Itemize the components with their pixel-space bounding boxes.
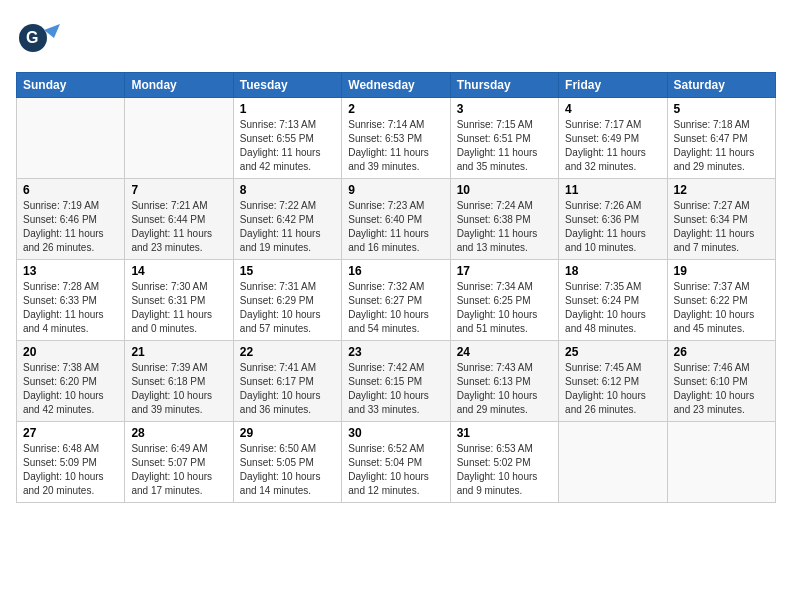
weekday-header: Saturday: [667, 73, 775, 98]
day-info: Sunrise: 7:38 AM Sunset: 6:20 PM Dayligh…: [23, 361, 118, 417]
day-number: 19: [674, 264, 769, 278]
calendar-cell: 24Sunrise: 7:43 AM Sunset: 6:13 PM Dayli…: [450, 341, 558, 422]
day-info: Sunrise: 7:32 AM Sunset: 6:27 PM Dayligh…: [348, 280, 443, 336]
calendar-cell: 25Sunrise: 7:45 AM Sunset: 6:12 PM Dayli…: [559, 341, 667, 422]
calendar-cell: 20Sunrise: 7:38 AM Sunset: 6:20 PM Dayli…: [17, 341, 125, 422]
calendar-cell: [125, 98, 233, 179]
calendar-cell: 12Sunrise: 7:27 AM Sunset: 6:34 PM Dayli…: [667, 179, 775, 260]
calendar-cell: [559, 422, 667, 503]
day-number: 30: [348, 426, 443, 440]
day-number: 2: [348, 102, 443, 116]
calendar-cell: 27Sunrise: 6:48 AM Sunset: 5:09 PM Dayli…: [17, 422, 125, 503]
day-info: Sunrise: 6:52 AM Sunset: 5:04 PM Dayligh…: [348, 442, 443, 498]
day-number: 13: [23, 264, 118, 278]
day-info: Sunrise: 7:34 AM Sunset: 6:25 PM Dayligh…: [457, 280, 552, 336]
calendar-table: SundayMondayTuesdayWednesdayThursdayFrid…: [16, 72, 776, 503]
calendar-cell: 9Sunrise: 7:23 AM Sunset: 6:40 PM Daylig…: [342, 179, 450, 260]
day-number: 12: [674, 183, 769, 197]
day-info: Sunrise: 7:15 AM Sunset: 6:51 PM Dayligh…: [457, 118, 552, 174]
day-info: Sunrise: 7:43 AM Sunset: 6:13 PM Dayligh…: [457, 361, 552, 417]
calendar-cell: 22Sunrise: 7:41 AM Sunset: 6:17 PM Dayli…: [233, 341, 341, 422]
day-info: Sunrise: 7:22 AM Sunset: 6:42 PM Dayligh…: [240, 199, 335, 255]
calendar-week-row: 27Sunrise: 6:48 AM Sunset: 5:09 PM Dayli…: [17, 422, 776, 503]
day-number: 18: [565, 264, 660, 278]
day-info: Sunrise: 6:50 AM Sunset: 5:05 PM Dayligh…: [240, 442, 335, 498]
day-number: 31: [457, 426, 552, 440]
day-number: 3: [457, 102, 552, 116]
day-number: 20: [23, 345, 118, 359]
calendar-cell: 26Sunrise: 7:46 AM Sunset: 6:10 PM Dayli…: [667, 341, 775, 422]
day-number: 22: [240, 345, 335, 359]
calendar-week-row: 1Sunrise: 7:13 AM Sunset: 6:55 PM Daylig…: [17, 98, 776, 179]
day-info: Sunrise: 7:26 AM Sunset: 6:36 PM Dayligh…: [565, 199, 660, 255]
day-number: 10: [457, 183, 552, 197]
logo: G: [16, 16, 64, 60]
calendar-cell: 31Sunrise: 6:53 AM Sunset: 5:02 PM Dayli…: [450, 422, 558, 503]
weekday-header: Sunday: [17, 73, 125, 98]
calendar-cell: 4Sunrise: 7:17 AM Sunset: 6:49 PM Daylig…: [559, 98, 667, 179]
day-info: Sunrise: 7:14 AM Sunset: 6:53 PM Dayligh…: [348, 118, 443, 174]
day-info: Sunrise: 7:42 AM Sunset: 6:15 PM Dayligh…: [348, 361, 443, 417]
day-number: 7: [131, 183, 226, 197]
calendar-week-row: 13Sunrise: 7:28 AM Sunset: 6:33 PM Dayli…: [17, 260, 776, 341]
day-info: Sunrise: 6:53 AM Sunset: 5:02 PM Dayligh…: [457, 442, 552, 498]
calendar-cell: 7Sunrise: 7:21 AM Sunset: 6:44 PM Daylig…: [125, 179, 233, 260]
day-number: 14: [131, 264, 226, 278]
weekday-header: Friday: [559, 73, 667, 98]
svg-text:G: G: [26, 29, 38, 46]
day-info: Sunrise: 7:21 AM Sunset: 6:44 PM Dayligh…: [131, 199, 226, 255]
day-number: 24: [457, 345, 552, 359]
day-number: 26: [674, 345, 769, 359]
calendar-cell: 16Sunrise: 7:32 AM Sunset: 6:27 PM Dayli…: [342, 260, 450, 341]
day-info: Sunrise: 7:46 AM Sunset: 6:10 PM Dayligh…: [674, 361, 769, 417]
calendar-cell: 6Sunrise: 7:19 AM Sunset: 6:46 PM Daylig…: [17, 179, 125, 260]
day-number: 29: [240, 426, 335, 440]
day-number: 21: [131, 345, 226, 359]
day-number: 9: [348, 183, 443, 197]
day-info: Sunrise: 7:24 AM Sunset: 6:38 PM Dayligh…: [457, 199, 552, 255]
day-number: 1: [240, 102, 335, 116]
day-info: Sunrise: 7:17 AM Sunset: 6:49 PM Dayligh…: [565, 118, 660, 174]
day-info: Sunrise: 7:30 AM Sunset: 6:31 PM Dayligh…: [131, 280, 226, 336]
calendar-cell: 11Sunrise: 7:26 AM Sunset: 6:36 PM Dayli…: [559, 179, 667, 260]
calendar-cell: 3Sunrise: 7:15 AM Sunset: 6:51 PM Daylig…: [450, 98, 558, 179]
day-number: 15: [240, 264, 335, 278]
day-info: Sunrise: 6:48 AM Sunset: 5:09 PM Dayligh…: [23, 442, 118, 498]
calendar-cell: 30Sunrise: 6:52 AM Sunset: 5:04 PM Dayli…: [342, 422, 450, 503]
calendar-cell: 5Sunrise: 7:18 AM Sunset: 6:47 PM Daylig…: [667, 98, 775, 179]
day-info: Sunrise: 7:39 AM Sunset: 6:18 PM Dayligh…: [131, 361, 226, 417]
weekday-header: Monday: [125, 73, 233, 98]
day-number: 5: [674, 102, 769, 116]
calendar-cell: 17Sunrise: 7:34 AM Sunset: 6:25 PM Dayli…: [450, 260, 558, 341]
calendar-cell: [17, 98, 125, 179]
calendar-cell: 1Sunrise: 7:13 AM Sunset: 6:55 PM Daylig…: [233, 98, 341, 179]
day-info: Sunrise: 7:23 AM Sunset: 6:40 PM Dayligh…: [348, 199, 443, 255]
day-number: 4: [565, 102, 660, 116]
calendar-body: 1Sunrise: 7:13 AM Sunset: 6:55 PM Daylig…: [17, 98, 776, 503]
calendar-cell: 10Sunrise: 7:24 AM Sunset: 6:38 PM Dayli…: [450, 179, 558, 260]
day-info: Sunrise: 7:13 AM Sunset: 6:55 PM Dayligh…: [240, 118, 335, 174]
day-number: 25: [565, 345, 660, 359]
day-number: 27: [23, 426, 118, 440]
day-info: Sunrise: 7:18 AM Sunset: 6:47 PM Dayligh…: [674, 118, 769, 174]
day-number: 17: [457, 264, 552, 278]
day-info: Sunrise: 7:28 AM Sunset: 6:33 PM Dayligh…: [23, 280, 118, 336]
weekday-header: Thursday: [450, 73, 558, 98]
day-info: Sunrise: 7:41 AM Sunset: 6:17 PM Dayligh…: [240, 361, 335, 417]
day-number: 23: [348, 345, 443, 359]
weekday-header: Tuesday: [233, 73, 341, 98]
day-number: 16: [348, 264, 443, 278]
day-number: 28: [131, 426, 226, 440]
day-info: Sunrise: 7:27 AM Sunset: 6:34 PM Dayligh…: [674, 199, 769, 255]
calendar-cell: 21Sunrise: 7:39 AM Sunset: 6:18 PM Dayli…: [125, 341, 233, 422]
day-number: 11: [565, 183, 660, 197]
day-number: 8: [240, 183, 335, 197]
calendar-cell: 23Sunrise: 7:42 AM Sunset: 6:15 PM Dayli…: [342, 341, 450, 422]
day-info: Sunrise: 7:19 AM Sunset: 6:46 PM Dayligh…: [23, 199, 118, 255]
day-info: Sunrise: 7:31 AM Sunset: 6:29 PM Dayligh…: [240, 280, 335, 336]
page-header: G: [16, 16, 776, 60]
calendar-cell: 15Sunrise: 7:31 AM Sunset: 6:29 PM Dayli…: [233, 260, 341, 341]
calendar-week-row: 20Sunrise: 7:38 AM Sunset: 6:20 PM Dayli…: [17, 341, 776, 422]
calendar-cell: 14Sunrise: 7:30 AM Sunset: 6:31 PM Dayli…: [125, 260, 233, 341]
day-info: Sunrise: 6:49 AM Sunset: 5:07 PM Dayligh…: [131, 442, 226, 498]
